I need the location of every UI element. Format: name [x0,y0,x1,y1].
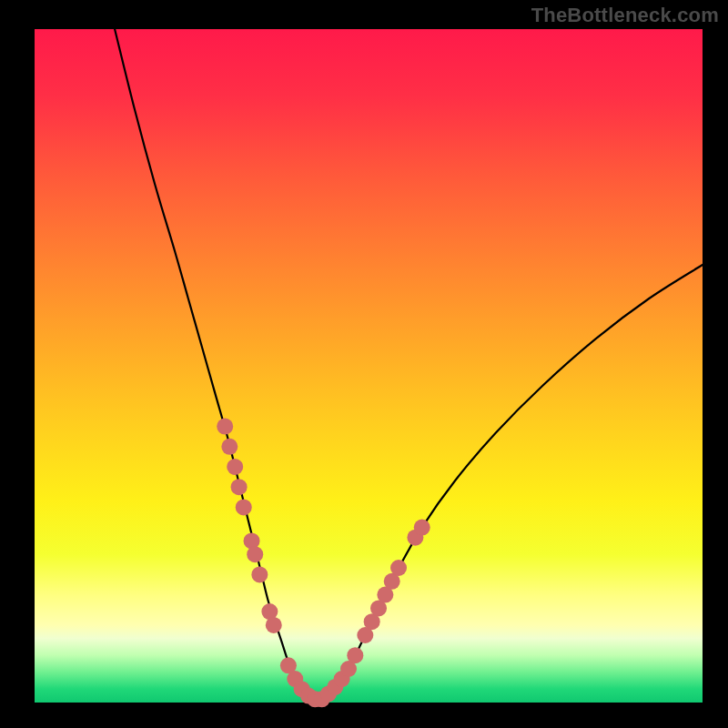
chart-plot-area [35,29,703,703]
data-marker [221,439,238,455]
watermark-text: TheBottleneck.com [531,4,719,27]
data-marker [251,566,268,582]
data-marker [390,560,407,576]
data-marker [227,459,243,475]
data-marker [236,499,252,515]
bottleneck-chart [0,0,728,728]
chart-frame: TheBottleneck.com [0,0,728,728]
data-marker [231,479,248,495]
data-marker [217,419,233,435]
data-marker [414,520,430,536]
data-marker [247,546,263,562]
data-marker [266,617,282,633]
data-marker [347,647,363,663]
